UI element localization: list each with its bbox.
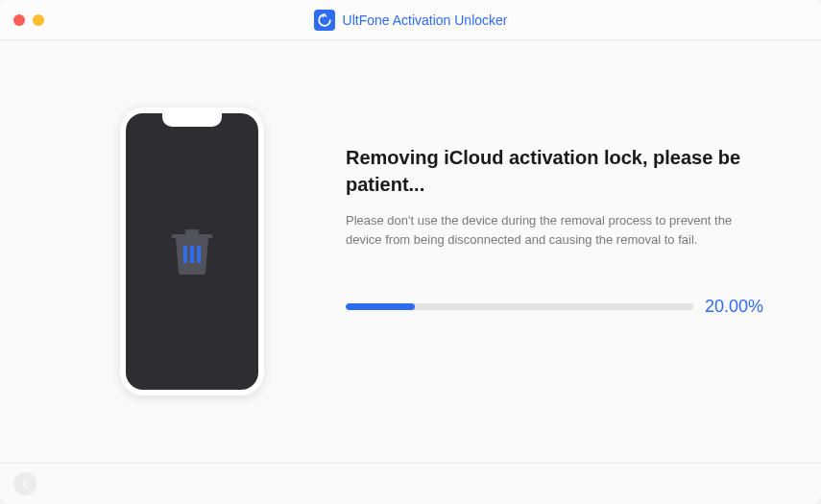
svg-rect-1 <box>183 246 187 263</box>
svg-rect-3 <box>197 246 201 263</box>
minimize-window-button[interactable] <box>33 14 44 26</box>
progress-bar <box>346 303 693 310</box>
status-heading: Removing iCloud activation lock, please … <box>346 144 763 198</box>
progress-fill <box>346 303 415 310</box>
window-controls <box>13 14 44 26</box>
status-panel: Removing iCloud activation lock, please … <box>346 40 783 463</box>
content-area: Removing iCloud activation lock, please … <box>0 40 821 463</box>
phone-notch <box>162 113 222 127</box>
progress-percentage: 20.00% <box>705 297 763 317</box>
title-area: UltFone Activation Unlocker <box>0 10 821 31</box>
svg-rect-2 <box>190 246 194 263</box>
app-logo-icon <box>314 10 335 31</box>
phone-screen <box>126 113 258 390</box>
app-title: UltFone Activation Unlocker <box>343 12 508 28</box>
close-window-button[interactable] <box>13 14 25 26</box>
trash-icon <box>170 227 214 276</box>
arrow-left-icon <box>19 478 31 490</box>
titlebar: UltFone Activation Unlocker <box>0 0 821 40</box>
back-button[interactable] <box>13 472 36 495</box>
phone-frame <box>120 108 264 396</box>
footer-bar <box>0 463 821 503</box>
progress-row: 20.00% <box>346 297 763 317</box>
status-subtext: Please don't use the device during the r… <box>346 211 763 249</box>
device-illustration-area <box>38 40 346 463</box>
svg-rect-0 <box>185 229 199 234</box>
